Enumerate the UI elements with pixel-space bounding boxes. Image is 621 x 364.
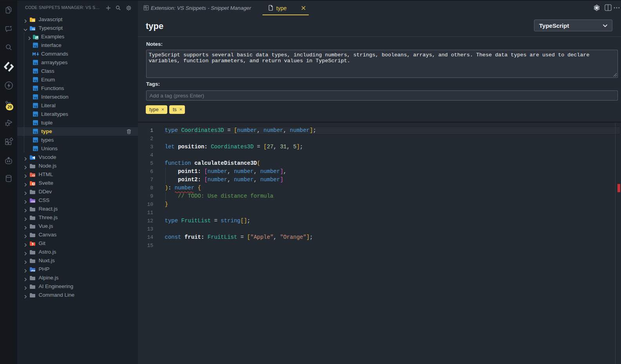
svg-text:CSS: CSS [31,200,35,202]
svg-text:php: php [31,269,36,271]
svg-text:TS: TS [32,28,35,31]
svg-text:S: S [33,182,35,185]
svg-text:<>: <> [32,174,35,177]
svg-text:JS: JS [32,19,35,22]
